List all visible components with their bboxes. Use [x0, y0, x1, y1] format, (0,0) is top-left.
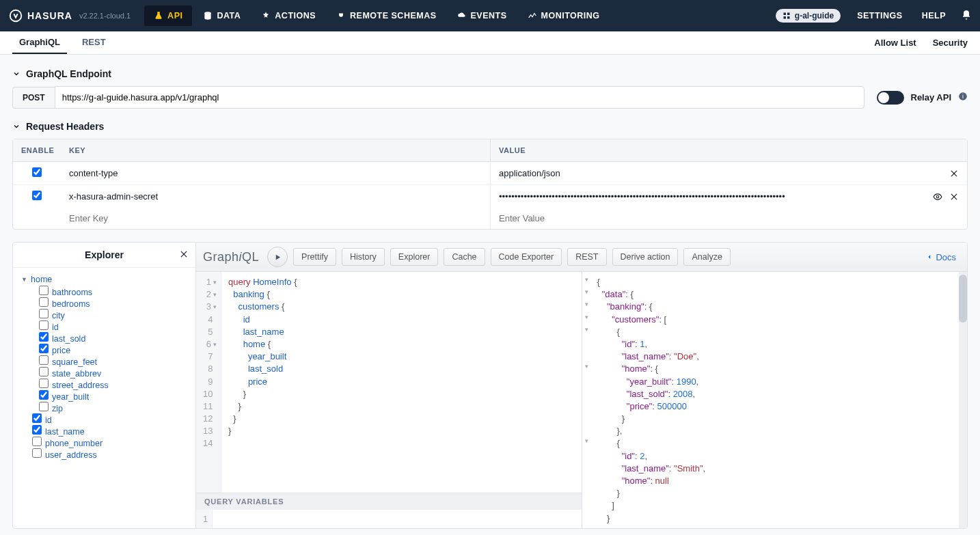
- delete-icon[interactable]: [949, 192, 959, 202]
- tree-field-square_feet[interactable]: square_feet: [28, 355, 187, 367]
- relay-info[interactable]: i: [958, 92, 968, 103]
- header-key[interactable]: x-hasura-admin-secret: [61, 186, 490, 207]
- relay-api-label: Relay API: [911, 92, 952, 102]
- field-checkbox[interactable]: [39, 309, 49, 318]
- tree-field-last_name[interactable]: last_name: [21, 425, 187, 437]
- tree-field-zip[interactable]: zip: [28, 402, 187, 413]
- svg-rect-4: [783, 16, 786, 19]
- hasura-logo[interactable]: HASURA: [8, 8, 72, 23]
- nav-data[interactable]: DATA: [193, 5, 250, 26]
- tree-field-bedrooms[interactable]: bedrooms: [28, 297, 187, 309]
- toolbar-explorer[interactable]: Explorer: [390, 248, 439, 266]
- tree-field-id[interactable]: id: [28, 320, 187, 332]
- actions-icon: [261, 11, 271, 20]
- flask-icon: [154, 11, 163, 20]
- explorer-title: Explorer: [85, 249, 124, 260]
- field-checkbox[interactable]: [39, 402, 49, 411]
- header-value[interactable]: application/json: [499, 168, 949, 178]
- relay-api-toggle[interactable]: [877, 91, 904, 105]
- nav-actions-label: ACTIONS: [275, 11, 316, 20]
- tree-field-last_sold[interactable]: last_sold: [28, 332, 187, 344]
- tree-field-bathrooms[interactable]: bathrooms: [28, 286, 187, 297]
- toolbar-prettify[interactable]: Prettify: [293, 248, 336, 266]
- result-scrollbar[interactable]: [959, 272, 967, 528]
- nav-monitoring[interactable]: MONITORING: [518, 5, 610, 26]
- eye-icon[interactable]: [933, 192, 942, 202]
- nav-api[interactable]: API: [144, 5, 192, 26]
- tree-field-year_built[interactable]: year_built: [28, 390, 187, 402]
- chevron-left-icon: [926, 253, 933, 260]
- tree-field-city[interactable]: city: [28, 309, 187, 320]
- nav-help-label: HELP: [922, 11, 946, 20]
- tab-rest[interactable]: REST: [75, 31, 113, 54]
- svg-point-10: [936, 195, 939, 198]
- toolbar-rest[interactable]: REST: [567, 248, 606, 266]
- nav-monitoring-label: MONITORING: [541, 11, 600, 20]
- nav-data-label: DATA: [217, 11, 241, 20]
- nav-remote[interactable]: REMOTE SCHEMAS: [327, 5, 446, 26]
- variables-editor[interactable]: [213, 510, 226, 528]
- field-checkbox[interactable]: [32, 448, 42, 458]
- chevron-down-icon: [12, 122, 21, 131]
- tree-field-phone_number[interactable]: phone_number: [21, 437, 187, 448]
- header-value-input[interactable]: [499, 213, 959, 223]
- run-query-button[interactable]: [267, 247, 288, 267]
- hasura-icon: [8, 8, 23, 23]
- section-headers-toggle[interactable]: Request Headers: [12, 121, 968, 132]
- toolbar-history[interactable]: History: [342, 248, 385, 266]
- docs-label: Docs: [936, 252, 956, 262]
- version-text: v2.22.1-cloud.1: [79, 12, 131, 20]
- section-endpoint-toggle[interactable]: GraphQL Endpoint: [12, 68, 968, 79]
- toolbar-derive-action[interactable]: Derive action: [612, 248, 679, 266]
- field-checkbox[interactable]: [39, 286, 49, 295]
- field-checkbox[interactable]: [32, 437, 42, 446]
- brand-text: HASURA: [27, 10, 72, 21]
- col-enable: ENABLE: [13, 139, 61, 161]
- header-enable-checkbox[interactable]: [32, 167, 42, 177]
- field-checkbox[interactable]: [39, 390, 49, 400]
- header-key[interactable]: content-type: [61, 163, 490, 184]
- endpoint-url-input[interactable]: [55, 86, 865, 109]
- nav-actions[interactable]: ACTIONS: [251, 5, 325, 26]
- toolbar-code-exporter[interactable]: Code Exporter: [491, 248, 562, 266]
- delete-icon[interactable]: [949, 169, 959, 178]
- header-value[interactable]: ••••••••••••••••••••••••••••••••••••••••…: [499, 191, 933, 202]
- field-checkbox[interactable]: [39, 355, 49, 365]
- field-checkbox[interactable]: [32, 425, 42, 435]
- link-allow-list[interactable]: Allow List: [874, 38, 916, 48]
- docs-link[interactable]: Docs: [922, 252, 960, 262]
- notifications-bell[interactable]: [961, 10, 972, 23]
- tree-field-id[interactable]: id: [21, 413, 187, 425]
- plug-icon: [336, 11, 346, 20]
- field-checkbox[interactable]: [32, 413, 42, 423]
- tree-root[interactable]: ▼home: [21, 273, 187, 286]
- field-checkbox[interactable]: [39, 297, 49, 307]
- nav-events[interactable]: EVENTS: [448, 5, 517, 26]
- field-checkbox[interactable]: [39, 379, 49, 388]
- project-pill[interactable]: g-al-guide: [776, 9, 841, 23]
- field-checkbox[interactable]: [39, 332, 49, 342]
- nav-help[interactable]: ? HELP: [918, 11, 946, 20]
- http-method: POST: [12, 87, 55, 109]
- nav-settings[interactable]: SETTINGS: [853, 11, 903, 20]
- query-editor[interactable]: query HomeInfo { banking { customers { i…: [221, 272, 304, 493]
- toolbar-cache[interactable]: Cache: [444, 248, 485, 266]
- field-checkbox[interactable]: [39, 344, 49, 353]
- toolbar-analyze[interactable]: Analyze: [683, 248, 730, 266]
- tree-field-price[interactable]: price: [28, 344, 187, 355]
- header-enable-checkbox[interactable]: [32, 191, 42, 200]
- header-key-input[interactable]: [69, 213, 482, 223]
- field-checkbox[interactable]: [39, 320, 49, 330]
- tree-field-street_address[interactable]: street_address: [28, 379, 187, 390]
- tree-field-user_address[interactable]: user_address: [21, 448, 187, 460]
- chevron-down-icon: [12, 70, 21, 78]
- field-checkbox[interactable]: [39, 367, 49, 376]
- close-icon: [179, 249, 189, 259]
- tree-field-state_abbrev[interactable]: state_abbrev: [28, 367, 187, 379]
- link-security[interactable]: Security: [933, 38, 968, 48]
- col-key: KEY: [61, 139, 490, 161]
- svg-point-0: [10, 10, 22, 22]
- explorer-close[interactable]: [179, 249, 189, 261]
- query-variables-header[interactable]: QUERY VARIABLES: [196, 493, 582, 510]
- tab-graphiql[interactable]: GraphiQL: [12, 31, 67, 54]
